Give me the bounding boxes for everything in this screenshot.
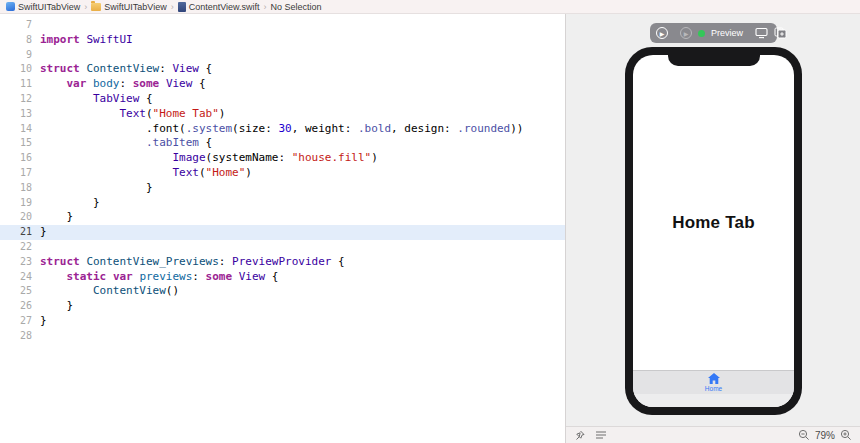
live-preview-icon[interactable]: ▶ [680,27,692,39]
editor-options-icon[interactable] [595,430,607,440]
code-text: Image(systemName: "house.fill") [40,151,378,166]
breadcrumb-item[interactable]: ContentView.swift [178,2,260,12]
code-text: import SwiftUI [40,33,133,48]
preview-canvas: ▶ ▶ Preview Home Tab Home [566,14,860,443]
line-number: 8 [0,33,34,48]
code-line[interactable]: 26 } [0,299,565,314]
device-settings-icon[interactable] [755,27,768,39]
line-number: 9 [0,48,34,63]
preview-tab-bar: Home [633,370,794,407]
code-line[interactable]: 20 } [0,210,565,225]
code-line[interactable]: 16 Image(systemName: "house.fill") [0,151,565,166]
code-pane: 78import SwiftUI910struct ContentView: V… [0,14,565,344]
code-line[interactable]: 17 Text("Home") [0,166,565,181]
swift-file-icon [178,2,186,12]
line-number: 13 [0,107,34,122]
code-line[interactable]: 10struct ContentView: View { [0,62,565,77]
code-text: .font(.system(size: 30, weight: .bold, d… [40,122,524,137]
breadcrumb-item[interactable]: SwiftUITabView [6,2,80,12]
line-number: 19 [0,196,34,211]
breadcrumb-label: SwiftUITabView [104,2,166,12]
preview-phone: Home Tab Home [625,47,802,415]
code-line[interactable]: 12 TabView { [0,92,565,107]
pin-preview-icon[interactable] [574,430,585,441]
tab-item-home[interactable]: Home [633,370,794,394]
code-line[interactable]: 7 [0,18,565,33]
phone-screen: Home Tab Home [633,55,794,407]
line-number: 17 [0,166,34,181]
code-text: } [40,299,73,314]
code-text: .tabItem { [40,136,212,151]
code-text: } [40,181,153,196]
code-text: var body: some View { [40,77,206,92]
code-text: } [40,196,100,211]
line-number: 23 [0,255,34,270]
breadcrumb-item[interactable]: SwiftUITabView [91,2,166,12]
app-icon [6,2,15,11]
code-line[interactable]: 21} [0,225,565,240]
code-text: struct ContentView: View { [40,62,212,77]
code-text: struct ContentView_Previews: PreviewProv… [40,255,345,270]
breadcrumb-item[interactable]: No Selection [271,2,322,12]
folder-icon [91,3,101,11]
line-number: 7 [0,18,34,33]
code-line[interactable]: 11 var body: some View { [0,77,565,92]
code-text: } [40,210,73,225]
phone-notch [668,55,760,66]
breadcrumb-label: ContentView.swift [189,2,260,12]
code-line[interactable]: 8import SwiftUI [0,33,565,48]
line-number: 25 [0,284,34,299]
code-line[interactable]: 13 Text("Home Tab") [0,107,565,122]
code-text: static var previews: some View { [40,270,278,285]
code-editor[interactable]: 78import SwiftUI910struct ContentView: V… [0,14,565,443]
code-line[interactable]: 18 } [0,181,565,196]
line-number: 20 [0,210,34,225]
code-text: ContentView() [40,284,179,299]
line-number: 10 [0,62,34,77]
code-line[interactable]: 22 [0,240,565,255]
zoom-level[interactable]: 79% [815,430,835,441]
breadcrumb-separator-icon: › [264,2,267,12]
line-number: 15 [0,136,34,151]
line-number: 26 [0,299,34,314]
preview-status-dot [698,30,705,37]
breadcrumb-label: SwiftUITabView [18,2,80,12]
line-number: 12 [0,92,34,107]
code-line[interactable]: 19 } [0,196,565,211]
line-number: 14 [0,122,34,137]
line-number: 11 [0,77,34,92]
zoom-in-icon[interactable] [840,429,852,441]
code-line[interactable]: 14 .font(.system(size: 30, weight: .bold… [0,122,565,137]
code-text: Text("Home Tab") [40,107,225,122]
line-number: 16 [0,151,34,166]
code-line[interactable]: 25 ContentView() [0,284,565,299]
preview-home-tab-title: Home Tab [633,213,794,233]
code-line[interactable]: 15 .tabItem { [0,136,565,151]
code-line[interactable]: 24 static var previews: some View { [0,270,565,285]
line-number: 21 [0,225,34,240]
zoom-out-icon[interactable] [798,429,810,441]
line-number: 18 [0,181,34,196]
house-icon [708,373,720,384]
breadcrumb-separator-icon: › [84,2,87,12]
line-number: 27 [0,314,34,329]
tab-item-home-label: Home [705,385,722,392]
breadcrumb: SwiftUITabView›SwiftUITabView›ContentVie… [0,0,860,14]
preview-status-label: Preview [711,28,743,38]
code-text: Text("Home") [40,166,252,181]
line-number: 28 [0,329,34,344]
code-line[interactable]: 9 [0,48,565,63]
duplicate-preview-icon[interactable] [774,27,787,39]
line-number: 22 [0,240,34,255]
xcode-window: SwiftUITabView›SwiftUITabView›ContentVie… [0,0,860,443]
code-line[interactable]: 28 [0,329,565,344]
preview-toolbar: ▶ ▶ Preview [650,23,777,43]
play-preview-icon[interactable]: ▶ [656,27,668,39]
breadcrumb-separator-icon: › [171,2,174,12]
code-line[interactable]: 23struct ContentView_Previews: PreviewPr… [0,255,565,270]
code-line[interactable]: 27} [0,314,565,329]
code-text: TabView { [40,92,153,107]
line-number: 24 [0,270,34,285]
home-indicator-area [633,394,794,407]
code-text: } [40,225,47,240]
